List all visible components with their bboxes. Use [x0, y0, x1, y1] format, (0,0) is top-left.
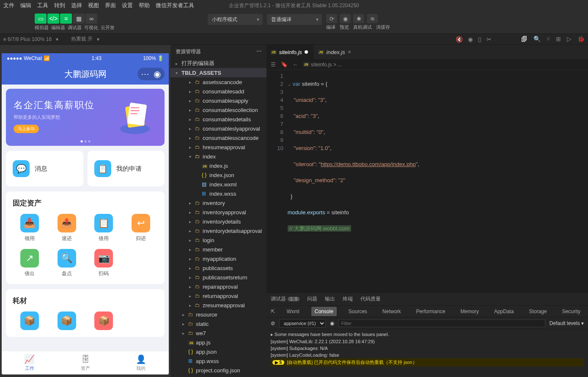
menu-help[interactable]: 帮助: [139, 2, 150, 9]
record-icon[interactable]: ◉: [468, 36, 473, 43]
menu-view[interactable]: 视图: [88, 2, 99, 9]
folder-repairapproval[interactable]: ▸🗀repairapproval: [170, 282, 267, 291]
bug-icon[interactable]: 🐞: [577, 36, 585, 43]
subtab-performance[interactable]: Performance: [413, 307, 449, 316]
file-app.json[interactable]: { }app.json: [170, 347, 267, 356]
tab-siteinfo[interactable]: JSsiteinfo.js: [267, 45, 314, 59]
menu-settings[interactable]: 设置: [122, 2, 133, 9]
folder-returnapproval[interactable]: ▸🗀returnapproval: [170, 291, 267, 301]
subtab-wxml[interactable]: Wxml: [283, 307, 303, 316]
visual-toggle[interactable]: ▦: [73, 14, 85, 24]
file-index.js[interactable]: JSindex.js: [170, 161, 267, 170]
file-index.json[interactable]: { }index.json: [170, 170, 267, 180]
folder-member[interactable]: ▸🗀member: [170, 245, 267, 254]
banner-button[interactable]: 马上参与: [14, 125, 39, 133]
dt-tab-quality[interactable]: 代码质量: [360, 295, 381, 303]
eye-icon[interactable]: ◉: [330, 320, 334, 326]
ext-icon[interactable]: ⊞: [556, 36, 561, 43]
menu-file[interactable]: 文件: [3, 2, 14, 9]
subtab-storage[interactable]: Storage: [526, 307, 550, 316]
folder-consumablesapply[interactable]: ▸🗀consumablesapply: [170, 96, 267, 105]
file-app.wxss[interactable]: ⊞app.wxss: [170, 356, 267, 366]
subtab-appdata[interactable]: AppData: [491, 307, 517, 316]
filter-input[interactable]: [338, 320, 545, 327]
dt-tab-terminal[interactable]: 终端: [343, 295, 353, 303]
folder-inventorydetailsapproval[interactable]: ▸🗀inventorydetailsapproval: [170, 226, 267, 235]
simulator-toggle[interactable]: ▭: [35, 14, 47, 24]
nav-work[interactable]: 📈工作: [2, 351, 58, 374]
remote-debug-icon[interactable]: ✱: [353, 14, 364, 23]
code-editor[interactable]: 12345678910 ⌄var siteinfo = { "uniacid":…: [267, 70, 588, 292]
levels-select[interactable]: Default levels ▾: [550, 320, 584, 326]
nav-assets[interactable]: 🗄资产: [58, 351, 113, 374]
dt-tab-problems[interactable]: 问题: [307, 295, 317, 303]
subtab-console[interactable]: Console: [311, 307, 337, 316]
mode-dropdown[interactable]: 小程序模式: [208, 14, 263, 25]
folder-publicassets[interactable]: ▸🗀publicassets: [170, 263, 267, 273]
grid-item-借出[interactable]: ↗借出: [13, 249, 47, 277]
bookmark-icon[interactable]: 🔖: [281, 61, 288, 68]
folder-login[interactable]: ▸🗀login: [170, 235, 267, 245]
open-editors-section[interactable]: ▸打开的编辑器: [170, 59, 267, 68]
subtab-network[interactable]: Network: [379, 307, 404, 316]
file-project.config.json[interactable]: { }project.config.json: [170, 366, 267, 375]
file-index.wxml[interactable]: ▤index.wxml: [170, 180, 267, 189]
folder-publicassetsreturn[interactable]: ▸🗀publicassetsreturn: [170, 273, 267, 282]
folder-consumablescollection[interactable]: ▸🗀consumablescollection: [170, 105, 267, 115]
cloud-toggle[interactable]: ∞: [85, 14, 97, 24]
grid-item-归还[interactable]: ↩归还: [124, 214, 158, 242]
project-root[interactable]: ▾TBLD_ASSETS: [170, 68, 267, 77]
console-output[interactable]: ▸ Some messages have been moved to the I…: [267, 329, 588, 377]
grid-item-借用[interactable]: 📋借用: [87, 214, 121, 242]
folder-inventory[interactable]: ▸🗀inventory: [170, 198, 267, 208]
folder-index[interactable]: ▾🗀index: [170, 152, 267, 161]
clear-icon[interactable]: ⊘: [271, 320, 275, 326]
phone-body[interactable]: 名企汇集高薪职位 帮助更多的人实现梦想 马上参与 💬 消息 📋 我的申请: [2, 85, 169, 351]
capsule-close[interactable]: ◉: [151, 69, 163, 79]
close-icon[interactable]: ×: [348, 49, 351, 55]
subtab-memory[interactable]: Memory: [457, 307, 482, 316]
folder-static[interactable]: ▸🗀static: [170, 319, 267, 328]
phone-icon[interactable]: ▯: [478, 36, 481, 43]
explorer-more-icon[interactable]: ⋯: [256, 48, 261, 55]
subtab-sources[interactable]: Sources: [345, 307, 371, 316]
folder-hresumeapproval[interactable]: ▸🗀hresumeapproval: [170, 142, 267, 152]
file-index.wxss[interactable]: ⊞index.wxss: [170, 189, 267, 198]
folder-myapplication[interactable]: ▸🗀myapplication: [170, 254, 267, 263]
dt-tab-output[interactable]: 输出: [325, 295, 335, 303]
dt-tab-debugger[interactable]: 调试器1, 9: [271, 295, 300, 303]
compile-icon[interactable]: ⟳: [326, 14, 337, 23]
search-icon[interactable]: 🔍: [533, 36, 541, 43]
context-select[interactable]: appservice (#1): [279, 319, 326, 328]
compile-dropdown[interactable]: 普通编译: [267, 14, 322, 25]
grid-item-扫码[interactable]: 📷扫码: [87, 249, 121, 277]
menu-wxdevtools[interactable]: 微信开发者工具: [156, 2, 194, 9]
folder-inventorydetails[interactable]: ▸🗀inventorydetails: [170, 217, 267, 226]
card-application[interactable]: 📋 我的申请: [88, 151, 165, 186]
run-icon[interactable]: ▷: [567, 36, 572, 43]
back-icon[interactable]: ←: [293, 61, 298, 68]
folder-consumablesadd[interactable]: ▸🗀consumablesadd: [170, 87, 267, 96]
capsule-menu[interactable]: ⋯: [139, 69, 151, 79]
folder-inventoryapproval[interactable]: ▸🗀inventoryapproval: [170, 208, 267, 217]
tab-index[interactable]: JSindex.js×: [314, 45, 357, 59]
folder-assetsscancode[interactable]: ▸🗀assetsscancode: [170, 77, 267, 87]
subtab-security[interactable]: Security: [559, 307, 584, 316]
breadcrumb[interactable]: JSsiteinfo.js > ...: [303, 62, 342, 68]
folder-we7[interactable]: ▸🗀we7: [170, 328, 267, 338]
code-content[interactable]: ⌄var siteinfo = { "uniacid": "3", "acid"…: [288, 70, 588, 292]
preview-icon[interactable]: ◉: [340, 14, 351, 23]
hotreload-label[interactable]: 热重载 开: [71, 36, 93, 43]
grid-item-盘点[interactable]: 🔍盘点: [50, 249, 84, 277]
menu-edit[interactable]: 编辑: [20, 2, 31, 9]
branch-icon[interactable]: ⑂: [547, 36, 550, 43]
folder-consumablesscancode[interactable]: ▸🗀consumablesscancode: [170, 133, 267, 142]
device-selector[interactable]: e 6/7/8 Plus 100% 16: [3, 36, 52, 42]
inspect-icon[interactable]: ⇱: [271, 309, 275, 314]
card-message[interactable]: 💬 消息: [6, 151, 83, 186]
grid-item-领用[interactable]: 📥领用: [13, 214, 47, 242]
nav-me[interactable]: 👤我的: [113, 351, 169, 374]
banner[interactable]: 名企汇集高薪职位 帮助更多的人实现梦想 马上参与: [6, 89, 165, 146]
folder-resource[interactable]: ▸🗀resource: [170, 310, 267, 319]
files-icon[interactable]: 🗐: [521, 36, 528, 43]
